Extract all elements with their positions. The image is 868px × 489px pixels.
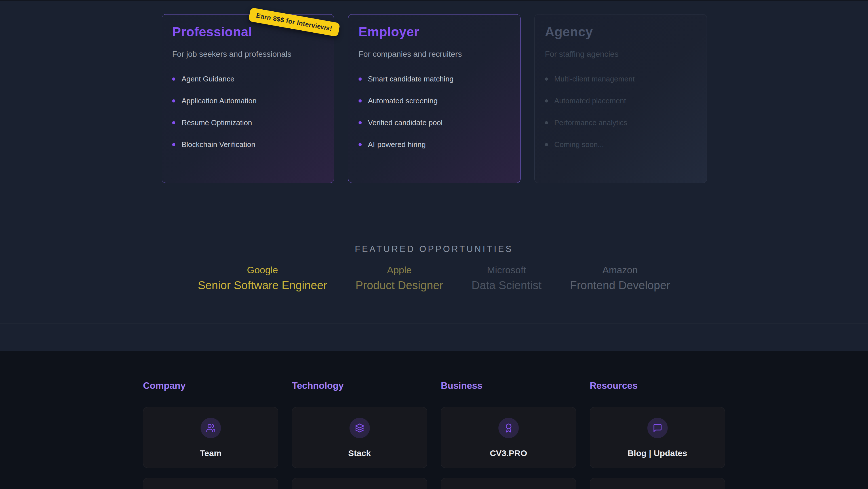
users-icon: [200, 418, 221, 438]
bullet-dot-icon: [359, 78, 362, 81]
bullet-dot-icon: [545, 78, 548, 81]
footer-column-resources: Resources Blog | Updates: [590, 380, 725, 489]
footer-card-partial[interactable]: [590, 478, 725, 489]
plan-feature: Automated placement: [545, 96, 696, 105]
footer-column-heading: Business: [441, 380, 576, 391]
footer-grid: Company Team Technology: [143, 380, 725, 489]
plan-feature: AI-powered hiring: [359, 140, 510, 149]
plan-feature: Smart candidate matching: [359, 75, 510, 83]
plan-feature: Verified candidate pool: [359, 118, 510, 127]
award-icon: [498, 418, 519, 438]
plan-feature: Blockchain Verification: [172, 140, 324, 149]
featured-job-google[interactable]: Google Senior Software Engineer: [198, 264, 327, 292]
footer-card-team[interactable]: Team: [143, 407, 278, 468]
bullet-dot-icon: [545, 121, 548, 124]
featured-job-microsoft[interactable]: Microsoft Data Scientist: [471, 264, 541, 292]
footer-column-technology: Technology Stack: [292, 380, 427, 489]
footer-card-partial[interactable]: [441, 478, 576, 489]
footer-column-heading: Resources: [590, 380, 725, 391]
footer-card-cv3pro[interactable]: CV3.PRO: [441, 407, 576, 468]
footer-card-label: CV3.PRO: [490, 449, 527, 458]
footer-inner: Company Team Technology: [143, 351, 725, 489]
plan-card-professional[interactable]: Professional For job seekers and profess…: [162, 14, 334, 183]
footer-column-business: Business CV3.PRO: [441, 380, 576, 489]
plan-feature-list: Smart candidate matching Automated scree…: [359, 75, 510, 149]
job-title: Data Scientist: [471, 279, 541, 292]
footer-column-heading: Company: [143, 380, 278, 391]
bullet-dot-icon: [545, 143, 548, 146]
bullet-dot-icon: [545, 99, 548, 103]
job-company: Microsoft: [471, 264, 541, 276]
bullet-dot-icon: [359, 143, 362, 146]
plan-card-agency: Agency For staffing agencies Multi-clien…: [534, 14, 707, 183]
job-title: Frontend Developer: [570, 279, 670, 292]
plan-feature: Résumé Optimization: [172, 118, 324, 127]
footer-card-partial[interactable]: [292, 478, 427, 489]
bullet-dot-icon: [359, 121, 362, 124]
footer-column-company: Company Team: [143, 380, 278, 489]
job-company: Apple: [355, 264, 443, 276]
footer-card-blog[interactable]: Blog | Updates: [590, 407, 725, 468]
bullet-dot-icon: [359, 99, 362, 103]
featured-jobs-row: Google Senior Software Engineer Apple Pr…: [0, 264, 868, 292]
plan-feature: Application Automation: [172, 96, 324, 105]
job-company: Google: [198, 264, 327, 276]
bullet-dot-icon: [172, 143, 175, 146]
job-title: Product Designer: [355, 279, 443, 292]
plan-subtitle: For companies and recruiters: [359, 50, 510, 59]
plan-feature-list: Agent Guidance Application Automation Ré…: [172, 75, 324, 149]
plan-title: Employer: [359, 24, 510, 39]
footer-card-partial[interactable]: [143, 478, 278, 489]
job-title: Senior Software Engineer: [198, 279, 327, 292]
featured-opportunities-section: FEATURED OPPORTUNITIES Google Senior Sof…: [0, 211, 868, 324]
plan-card-employer[interactable]: Employer For companies and recruiters Sm…: [348, 14, 521, 183]
footer-card-label: Team: [200, 449, 221, 458]
layers-icon: [349, 418, 370, 438]
bullet-dot-icon: [172, 99, 175, 103]
section-spacer: [0, 324, 868, 351]
footer: Company Team Technology: [0, 351, 868, 489]
plan-feature: Coming soon...: [545, 140, 696, 149]
featured-job-apple[interactable]: Apple Product Designer: [355, 264, 443, 292]
pricing-section: Earn $$$ for Interviews! Professional Fo…: [0, 1, 868, 211]
plan-feature-list: Multi-client management Automated placem…: [545, 75, 696, 149]
plans-row: Professional For job seekers and profess…: [162, 14, 707, 183]
plan-feature: Performance analytics: [545, 118, 696, 127]
plan-feature: Automated screening: [359, 96, 510, 105]
plan-feature: Multi-client management: [545, 75, 696, 83]
plan-feature: Agent Guidance: [172, 75, 324, 83]
plan-subtitle: For job seekers and professionals: [172, 50, 324, 59]
bullet-dot-icon: [172, 121, 175, 124]
job-company: Amazon: [570, 264, 670, 276]
bullet-dot-icon: [172, 78, 175, 81]
plan-title: Agency: [545, 24, 696, 39]
footer-column-heading: Technology: [292, 380, 427, 391]
footer-card-stack[interactable]: Stack: [292, 407, 427, 468]
featured-job-amazon[interactable]: Amazon Frontend Developer: [570, 264, 670, 292]
featured-heading: FEATURED OPPORTUNITIES: [0, 244, 868, 254]
footer-card-label: Blog | Updates: [627, 449, 687, 458]
footer-card-label: Stack: [348, 449, 371, 458]
message-icon: [647, 418, 668, 438]
plan-subtitle: For staffing agencies: [545, 50, 696, 59]
